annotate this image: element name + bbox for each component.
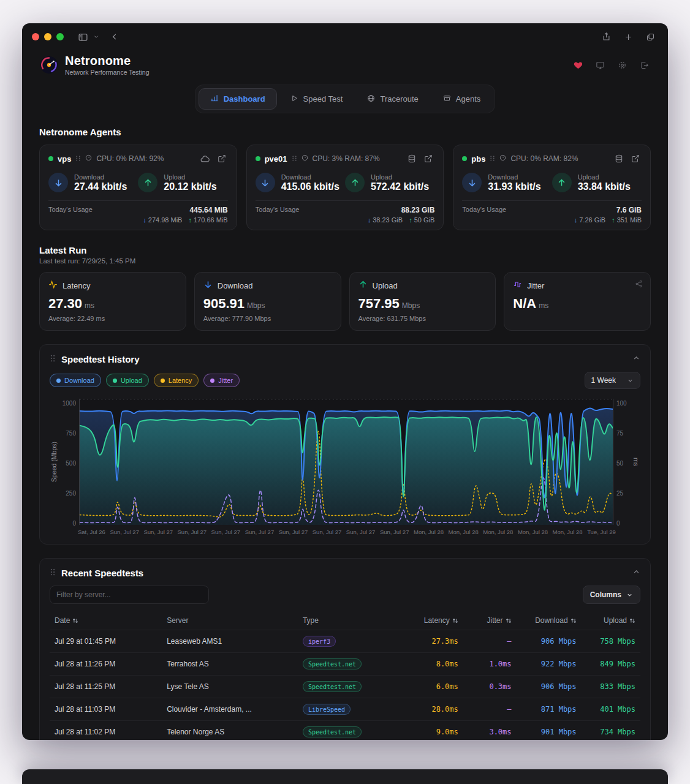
chart-legend: Download Upload Latency Jitter (50, 374, 240, 387)
drag-handle-icon[interactable] (50, 567, 56, 578)
tabs-overview-icon[interactable] (642, 29, 658, 45)
drag-handle-icon[interactable] (50, 353, 56, 364)
table-row[interactable]: Jul 29 at 01:45 PM Leaseweb AMS1 iperf3 … (50, 630, 640, 653)
app-header: Netronome Network Performance Testing (39, 54, 651, 76)
table-row[interactable]: Jul 28 at 11:03 PM Clouvider - Amsterdam… (50, 698, 640, 721)
legend-download[interactable]: Download (50, 374, 101, 387)
x-axis-tick-label: Sun, Jul 27 (143, 529, 173, 535)
sort-header-upload[interactable]: Upload (604, 616, 635, 625)
x-axis-tick-label: Tue, Jul 29 (587, 529, 616, 535)
tab-traceroute[interactable]: Traceroute (356, 88, 429, 110)
table-row[interactable]: Jul 28 at 11:25 PM Lyse Tele AS Speedtes… (50, 676, 640, 698)
agent-download-speed: 31.93 kbit/s (488, 181, 540, 192)
upload-arrow-icon (552, 173, 572, 192)
agent-card-vps: vps CPU: 0% RAM: 92% Download27.44 kbit/… (39, 145, 237, 230)
share-icon[interactable] (598, 29, 614, 45)
drag-handle-icon[interactable] (292, 154, 297, 163)
agent-stats: CPU: 0% RAM: 92% (96, 154, 164, 163)
usage-total: 445.64 MiB (143, 206, 227, 214)
database-icon[interactable] (613, 153, 625, 165)
logout-icon[interactable] (637, 58, 651, 72)
sidebar-toggle-icon[interactable] (75, 29, 91, 45)
sort-icon (452, 617, 458, 624)
app-logo-icon (39, 55, 59, 75)
legend-latency[interactable]: Latency (154, 374, 199, 387)
x-axis-tick-label: Sun, Jul 27 (380, 529, 409, 535)
x-axis-tick-label: Sun, Jul 27 (346, 529, 376, 535)
external-link-icon[interactable] (422, 153, 434, 165)
chevron-down-icon (627, 377, 634, 384)
x-axis-labels: Sat, Jul 26Sun, Jul 27Sun, Jul 27Sun, Ju… (78, 529, 616, 535)
drag-handle-icon[interactable] (490, 154, 495, 163)
favorite-heart-icon[interactable] (571, 58, 585, 72)
x-axis-tick-label: Mon, Jul 28 (483, 529, 513, 535)
last-test-run-subtitle: Last test run: 7/29/25, 1:45 PM (39, 257, 651, 265)
sort-icon (506, 617, 512, 624)
zoom-window-button[interactable] (56, 33, 64, 40)
server-filter-input[interactable] (50, 586, 209, 604)
metric-card-download: Download 905.91Mbps Average: 777.90 Mbps (194, 272, 341, 331)
cpu-gauge-icon (85, 154, 92, 163)
up-arrow-icon: ↑ (612, 216, 615, 224)
database-icon[interactable] (406, 153, 418, 165)
header-type[interactable]: Type (303, 616, 319, 625)
external-link-icon[interactable] (629, 153, 642, 165)
agent-name: pbs (471, 154, 485, 164)
legend-upload[interactable]: Upload (106, 374, 149, 387)
app-tagline: Network Performance Testing (65, 69, 150, 76)
close-window-button[interactable] (32, 33, 39, 40)
minimize-window-button[interactable] (44, 33, 51, 40)
share-nodes-icon[interactable] (635, 280, 643, 290)
time-range-select[interactable]: 1 Week (585, 372, 640, 389)
main-nav: Dashboard Speed Test Traceroute Agents (195, 85, 496, 113)
tab-dashboard[interactable]: Dashboard (199, 88, 277, 110)
table-row[interactable]: Jul 28 at 11:26 PM Terrahost AS Speedtes… (50, 653, 640, 676)
x-axis-tick-label: Mon, Jul 28 (449, 529, 479, 535)
jitter-wave-icon (513, 280, 522, 291)
sort-header-date[interactable]: Date (55, 616, 78, 625)
columns-dropdown-button[interactable]: Columns (583, 586, 640, 604)
collapse-chevron-icon[interactable] (632, 354, 640, 364)
up-arrow-icon: ↑ (188, 216, 192, 224)
agent-status-dot (462, 156, 467, 161)
agent-download-speed: 27.44 kbit/s (74, 181, 127, 192)
header-server[interactable]: Server (167, 616, 188, 625)
down-arrow-icon: ↓ (574, 216, 578, 224)
drag-handle-icon[interactable] (75, 154, 81, 163)
collapse-chevron-icon[interactable] (632, 568, 640, 578)
x-axis-tick-label: Sun, Jul 27 (110, 529, 139, 535)
sort-header-latency[interactable]: Latency (424, 616, 458, 625)
download-arrow-icon (48, 173, 68, 192)
tab-speed-test[interactable]: Speed Test (279, 88, 354, 110)
download-arrow-icon (462, 173, 482, 192)
back-button[interactable] (107, 29, 123, 45)
cpu-gauge-icon (499, 154, 506, 163)
cloud-icon[interactable] (199, 153, 211, 165)
table-row[interactable]: Jul 28 at 11:02 PM Telenor Norge AS Spee… (50, 721, 640, 741)
display-theme-icon[interactable] (593, 58, 607, 72)
agents-section: Netronome Agents vps CPU: 0% RAM: 92% (39, 127, 651, 230)
new-tab-icon[interactable] (620, 29, 636, 45)
background-window-strip (22, 769, 668, 784)
agents-section-title: Netronome Agents (39, 127, 651, 137)
agent-card-pve01: pve01 CPU: 3% RAM: 87% Download415.06 kb… (246, 145, 444, 230)
agent-card-pbs: pbs CPU: 0% RAM: 82% Download31.93 kbit/… (453, 145, 651, 230)
chart-plot-area[interactable] (79, 399, 613, 525)
sort-header-jitter[interactable]: Jitter (487, 616, 512, 625)
tab-agents[interactable]: Agents (432, 88, 491, 110)
history-panel-title: Speedtest History (61, 354, 140, 364)
chevron-down-icon (626, 592, 633, 598)
recent-panel-title: Recent Speedtests (61, 568, 143, 578)
metric-card-upload: Upload 757.95Mbps Average: 631.75 Mbps (349, 272, 496, 331)
upload-arrow-icon (345, 173, 365, 192)
history-chart: Speed (Mbps) 10007505002500 (50, 399, 640, 525)
type-badge: Speedtest.net (303, 681, 362, 692)
type-badge: Speedtest.net (303, 658, 362, 669)
legend-jitter[interactable]: Jitter (203, 374, 240, 387)
settings-gear-icon[interactable] (615, 58, 629, 72)
sort-header-download[interactable]: Download (535, 616, 576, 625)
metric-card-jitter: Jitter N/Ams (504, 272, 651, 331)
tab-overview-chevron-icon[interactable] (91, 29, 102, 45)
type-badge: iperf3 (303, 636, 336, 647)
external-link-icon[interactable] (216, 153, 228, 165)
